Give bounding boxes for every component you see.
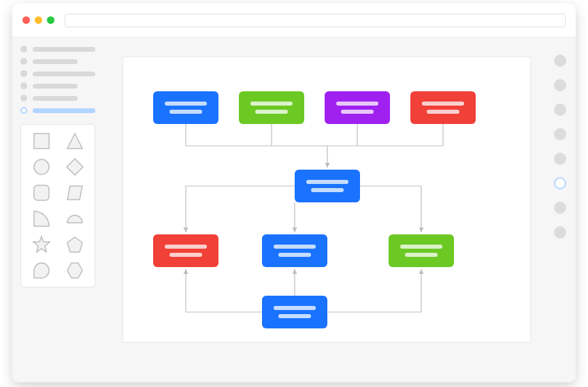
diagram-canvas[interactable] [122, 57, 531, 343]
left-sidebar [12, 37, 103, 382]
svg-marker-1 [67, 134, 82, 149]
svg-marker-3 [67, 159, 83, 175]
flow-node[interactable] [262, 296, 327, 328]
flow-node[interactable] [239, 91, 304, 124]
layer-item-active[interactable] [20, 107, 95, 114]
canvas-area [103, 37, 544, 382]
shape-quarter-circle-icon[interactable] [32, 209, 51, 228]
tool-button[interactable] [554, 128, 566, 140]
flow-node[interactable] [262, 234, 327, 267]
layer-item[interactable] [20, 70, 95, 77]
svg-marker-7 [67, 237, 82, 252]
layer-item[interactable] [20, 95, 95, 102]
tool-button[interactable] [554, 153, 566, 165]
titlebar [12, 3, 576, 37]
shape-palette [20, 124, 95, 288]
tool-button[interactable] [554, 79, 566, 91]
svg-marker-5 [67, 186, 82, 200]
shape-semicircle-icon[interactable] [65, 209, 84, 228]
tool-button[interactable] [554, 226, 566, 238]
tool-button[interactable] [554, 104, 566, 116]
shape-square-icon[interactable] [32, 131, 51, 151]
tool-button-active[interactable] [554, 177, 566, 189]
svg-marker-6 [33, 236, 50, 252]
layer-item[interactable] [20, 82, 95, 89]
minimize-button[interactable] [35, 16, 42, 24]
shape-diamond-icon[interactable] [65, 157, 84, 176]
zoom-button[interactable] [47, 16, 54, 24]
svg-rect-4 [34, 185, 49, 200]
right-toolbar [544, 37, 576, 382]
svg-rect-0 [34, 134, 49, 149]
svg-point-2 [34, 159, 49, 174]
tool-button[interactable] [554, 202, 566, 214]
shape-trapezoid-icon[interactable] [65, 183, 84, 202]
flow-node[interactable] [153, 234, 218, 267]
shape-star-icon[interactable] [32, 235, 51, 254]
flow-node[interactable] [325, 91, 390, 124]
shape-circle-icon[interactable] [32, 157, 51, 176]
flow-node[interactable] [389, 234, 454, 267]
flow-node[interactable] [295, 170, 360, 202]
flow-node[interactable] [410, 91, 476, 124]
close-button[interactable] [22, 16, 30, 24]
shape-hexagon-icon[interactable] [65, 261, 84, 280]
flow-node[interactable] [153, 91, 218, 124]
shape-pentagon-icon[interactable] [65, 235, 84, 254]
tool-button[interactable] [554, 55, 566, 67]
address-bar[interactable] [65, 14, 566, 27]
svg-marker-8 [67, 263, 82, 278]
layer-list [20, 46, 95, 114]
layer-item[interactable] [20, 58, 95, 65]
content [12, 37, 576, 382]
shape-rounded-rect-icon[interactable] [32, 183, 51, 202]
shape-triangle-icon[interactable] [65, 131, 84, 151]
shape-teardrop-icon[interactable] [32, 261, 51, 280]
app-window [12, 3, 576, 382]
window-controls [22, 16, 54, 24]
layer-item[interactable] [20, 46, 95, 52]
